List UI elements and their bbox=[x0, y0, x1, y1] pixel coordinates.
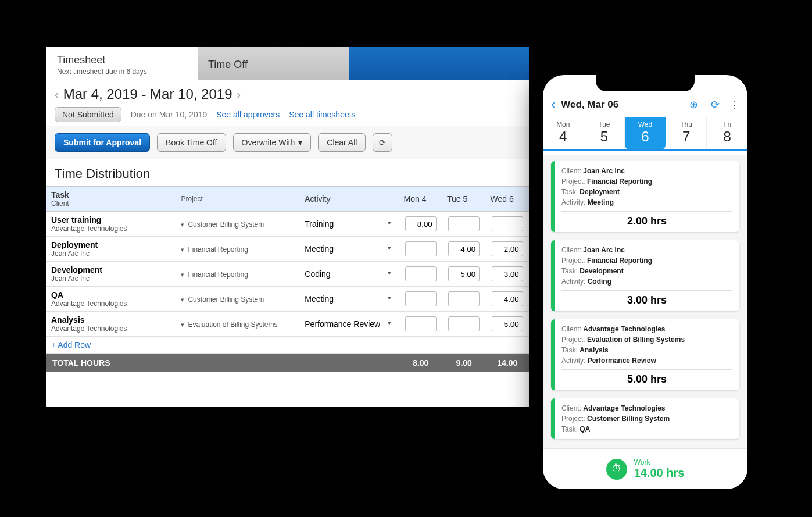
chevron-down-icon: ▾ bbox=[298, 138, 302, 147]
see-timesheets-link[interactable]: See all timesheets bbox=[289, 110, 355, 119]
hours-input[interactable] bbox=[448, 216, 480, 231]
back-icon[interactable]: ‹ bbox=[551, 97, 555, 112]
task-name: User training bbox=[51, 215, 171, 224]
add-row-link[interactable]: + Add Row bbox=[46, 337, 529, 354]
tab-blue-area bbox=[349, 47, 529, 80]
work-label: Work bbox=[634, 458, 685, 466]
task-project: Financial Reporting bbox=[188, 270, 248, 279]
overwrite-label: Overwrite With bbox=[242, 138, 295, 147]
time-grid: Task Client Project Activity Mon 4 Tue 5… bbox=[46, 186, 529, 372]
total-mon: 8.00 bbox=[399, 354, 442, 373]
add-icon[interactable]: ⊕ bbox=[686, 98, 702, 111]
day-cell[interactable]: Mon4 bbox=[543, 117, 584, 149]
prev-week-icon[interactable]: ‹ bbox=[55, 88, 59, 101]
next-week-icon[interactable]: › bbox=[237, 88, 241, 101]
table-row: DeploymentJoan Arc Inc▾Financial Reporti… bbox=[46, 237, 529, 262]
totals-row: TOTAL HOURS 8.00 9.00 14.00 bbox=[46, 354, 529, 373]
hours-input[interactable] bbox=[492, 241, 523, 256]
hours-input[interactable] bbox=[448, 241, 480, 256]
activity-text: Training bbox=[305, 219, 334, 229]
tablet-screen: Timesheet Next timesheet due in 6 days T… bbox=[46, 47, 529, 407]
chevron-down-icon[interactable]: ▾ bbox=[181, 221, 188, 228]
date-range: ‹ Mar 4, 2019 - Mar 10, 2019 › bbox=[55, 86, 521, 102]
task-name: Development bbox=[51, 265, 171, 274]
tab-timesheet-label: Timesheet bbox=[57, 54, 187, 66]
chevron-down-icon[interactable]: ▾ bbox=[181, 296, 188, 303]
day-number: 5 bbox=[584, 129, 625, 145]
chevron-down-icon[interactable]: ▾ bbox=[388, 219, 395, 227]
phone-screen: ‹ Wed, Mar 06 ⊕ ⟳ ⋮ Mon4Tue5Wed6Thu7Fri8… bbox=[543, 75, 747, 489]
status-row: Not Submitted Due on Mar 10, 2019 See al… bbox=[55, 107, 521, 122]
hours-input[interactable] bbox=[405, 266, 437, 281]
table-row: DevelopmentJoan Arc Inc▾Financial Report… bbox=[46, 262, 529, 287]
total-tue: 9.00 bbox=[442, 354, 485, 373]
hours-input[interactable] bbox=[405, 291, 437, 306]
hours-input[interactable] bbox=[448, 266, 480, 281]
hours-input[interactable] bbox=[405, 316, 437, 331]
tablet-device: Timesheet Next timesheet due in 6 days T… bbox=[35, 35, 541, 419]
phone-notch bbox=[596, 75, 695, 91]
hours-input[interactable] bbox=[448, 291, 480, 306]
chevron-down-icon[interactable]: ▾ bbox=[181, 246, 188, 253]
tab-timeoff-label: Time Off bbox=[208, 59, 338, 71]
day-cell[interactable]: Thu7 bbox=[666, 117, 707, 149]
entry-card[interactable]: Client: Advantage TechnologiesProject: C… bbox=[551, 398, 739, 439]
hours-input[interactable] bbox=[492, 291, 523, 306]
chevron-down-icon[interactable]: ▾ bbox=[181, 321, 188, 328]
menu-icon[interactable]: ⋮ bbox=[729, 98, 739, 111]
book-timeoff-button[interactable]: Book Time Off bbox=[157, 133, 226, 152]
hours-input[interactable] bbox=[448, 316, 480, 331]
sync-icon[interactable]: ⟳ bbox=[707, 98, 723, 111]
date-range-text: Mar 4, 2019 - Mar 10, 2019 bbox=[63, 86, 232, 102]
col-mon: Mon 4 bbox=[399, 187, 442, 212]
table-row: User trainingAdvantage Technologies▾Cust… bbox=[46, 212, 529, 237]
day-cell[interactable]: Wed6 bbox=[625, 117, 666, 149]
overwrite-button[interactable]: Overwrite With ▾ bbox=[233, 133, 312, 152]
refresh-button[interactable]: ⟳ bbox=[373, 133, 392, 152]
task-project: Customer Billing System bbox=[188, 220, 264, 229]
entry-card[interactable]: Client: Joan Arc IncProject: Financial R… bbox=[551, 240, 739, 311]
task-client: Joan Arc Inc bbox=[51, 274, 171, 283]
chevron-down-icon[interactable]: ▾ bbox=[388, 244, 395, 252]
day-cell[interactable]: Fri8 bbox=[707, 117, 747, 149]
tab-timesheet-sub: Next timesheet due in 6 days bbox=[57, 67, 187, 76]
section-title: Time Distribution bbox=[46, 159, 529, 186]
total-wed: 14.00 bbox=[485, 354, 529, 373]
task-client: Advantage Technologies bbox=[51, 224, 171, 233]
chevron-down-icon[interactable]: ▾ bbox=[388, 294, 395, 302]
phone-device: ‹ Wed, Mar 06 ⊕ ⟳ ⋮ Mon4Tue5Wed6Thu7Fri8… bbox=[535, 67, 756, 497]
day-cell[interactable]: Tue5 bbox=[584, 117, 625, 149]
task-client: Joan Arc Inc bbox=[51, 249, 171, 258]
submit-button[interactable]: Submit for Approval bbox=[55, 133, 150, 152]
phone-title: Wed, Mar 06 bbox=[561, 99, 680, 110]
day-of-week: Wed bbox=[625, 120, 666, 129]
hours-input[interactable] bbox=[405, 216, 437, 231]
header-row: ‹ Mar 4, 2019 - Mar 10, 2019 › Not Submi… bbox=[46, 80, 529, 126]
top-tabs: Timesheet Next timesheet due in 6 days T… bbox=[46, 47, 529, 80]
chevron-down-icon[interactable]: ▾ bbox=[181, 271, 188, 278]
task-project: Evaluation of Billing Systems bbox=[188, 320, 277, 329]
chevron-down-icon[interactable]: ▾ bbox=[388, 269, 395, 277]
table-row: QAAdvantage Technologies▾Customer Billin… bbox=[46, 287, 529, 312]
tab-timeoff[interactable]: Time Off bbox=[198, 47, 349, 80]
hours-input[interactable] bbox=[492, 216, 523, 231]
hours-input[interactable] bbox=[405, 241, 437, 256]
day-number: 7 bbox=[666, 129, 707, 145]
table-row: AnalysisAdvantage Technologies▾Evaluatio… bbox=[46, 312, 529, 337]
task-client: Advantage Technologies bbox=[51, 299, 171, 308]
hours-input[interactable] bbox=[492, 316, 523, 331]
timer-icon[interactable]: ⏱ bbox=[606, 459, 627, 480]
chevron-down-icon[interactable]: ▾ bbox=[388, 319, 395, 327]
hours-input[interactable] bbox=[492, 266, 523, 281]
entries-list[interactable]: Client: Joan Arc IncProject: Financial R… bbox=[543, 155, 747, 448]
work-summary: Work 14.00 hrs bbox=[634, 458, 685, 480]
entry-card[interactable]: Client: Joan Arc IncProject: Financial R… bbox=[551, 161, 739, 232]
see-approvers-link[interactable]: See all approvers bbox=[216, 110, 280, 119]
tab-timesheet[interactable]: Timesheet Next timesheet due in 6 days bbox=[46, 47, 198, 80]
task-client: Advantage Technologies bbox=[51, 325, 171, 333]
entry-hours: 3.00 hrs bbox=[561, 290, 732, 306]
activity-text: Meeting bbox=[305, 294, 334, 304]
refresh-icon: ⟳ bbox=[379, 138, 386, 147]
clear-all-button[interactable]: Clear All bbox=[318, 133, 366, 152]
entry-card[interactable]: Client: Advantage TechnologiesProject: E… bbox=[551, 319, 739, 390]
